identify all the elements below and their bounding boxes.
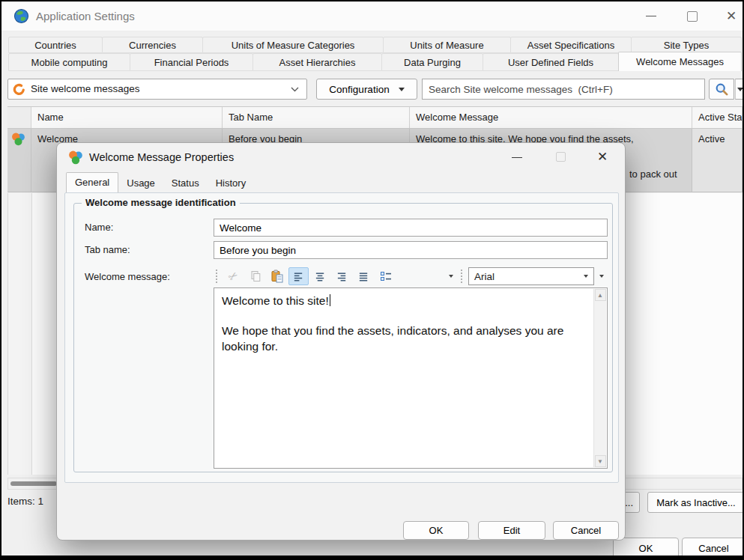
view-selector-value: Site welcome messages [31, 79, 140, 99]
search-options-dropdown[interactable] [735, 79, 743, 100]
paste-icon[interactable] [267, 267, 287, 285]
dropdown-arrow-icon [584, 275, 588, 278]
tab-units-of-measure-categories[interactable]: Units of Measure Categories [202, 37, 384, 53]
close-icon[interactable]: ✕ [722, 1, 743, 31]
search-input[interactable] [422, 79, 705, 100]
column-header-active-status[interactable]: Active Stat [692, 107, 743, 128]
column-header-tab-name[interactable]: Tab Name [223, 107, 410, 128]
message-line2-fragment: to pack out [629, 168, 677, 180]
toolbar-grip-icon [216, 270, 220, 283]
dialog-titlebar: Welcome Message Properties ✕ [57, 143, 625, 171]
dropdown-arrow-icon [737, 88, 743, 91]
maximize-icon[interactable] [681, 1, 704, 31]
text-cursor [330, 294, 330, 306]
dialog-edit-button[interactable]: Edit [478, 521, 545, 540]
scrollbar-thumb[interactable] [10, 481, 57, 486]
tab-asset-hierarchies[interactable]: Asset Hierarchies [252, 53, 382, 71]
dialog-tab-history[interactable]: History [208, 174, 254, 192]
dialog-minimize-icon[interactable] [506, 143, 527, 171]
dialog-tab-status[interactable]: Status [163, 174, 208, 192]
dialog-tab-strip: General Usage Status History [66, 172, 254, 192]
tab-data-purging[interactable]: Data Purging [381, 53, 483, 71]
table-header: Name Tab Name Welcome Message Active Sta… [7, 106, 743, 129]
configuration-label: Configuration [329, 84, 389, 95]
dialog-title: Welcome Message Properties [89, 143, 234, 171]
dropdown-arrow-icon [399, 88, 405, 91]
copy-icon[interactable] [245, 267, 265, 285]
vertical-scrollbar[interactable]: ▲ ▼ [593, 289, 606, 467]
balloons-icon [68, 150, 83, 165]
row-icon-cell [7, 129, 31, 192]
editor-toolbar: ✂ [214, 265, 608, 287]
align-left-icon[interactable] [288, 267, 309, 285]
view-selector-combobox[interactable]: Site welcome messages [7, 79, 307, 100]
group-title: Welcome message identification [82, 197, 240, 208]
mark-as-inactive-button[interactable]: Mark as Inactive... [647, 492, 743, 513]
column-header-name[interactable]: Name [31, 107, 223, 128]
toolbar-overflow-icon[interactable] [445, 267, 457, 285]
tab-row-1: Countries Currencies Units of Measure Ca… [8, 37, 741, 53]
main-cancel-button[interactable]: Cancel [682, 538, 743, 556]
dialog-tab-general[interactable]: General [66, 172, 118, 192]
font-name: Arial [474, 271, 495, 282]
main-ok-button[interactable]: OK [613, 538, 679, 556]
bullet-list-icon[interactable] [375, 267, 396, 285]
titlebar: Application Settings ✕ [1, 1, 743, 31]
cell-active-status: Active [692, 129, 743, 192]
tab-currencies[interactable]: Currencies [102, 37, 203, 53]
tab-mobile-computing[interactable]: Mobile computing [8, 53, 130, 71]
tab-user-defined-fields[interactable]: User Defined Fields [483, 53, 619, 71]
align-right-icon[interactable] [332, 267, 352, 285]
message-text: Welcome to this site! We hope that you f… [222, 293, 587, 354]
dialog-close-icon[interactable]: ✕ [593, 143, 614, 171]
icon-column-strip [8, 193, 32, 475]
rich-text-editor: ✂ [214, 265, 608, 469]
orange-ring-icon [13, 83, 25, 96]
chevron-down-icon [291, 87, 299, 92]
tab-financial-periods[interactable]: Financial Periods [130, 53, 253, 71]
tab-name-label: Tab name: [85, 241, 130, 259]
cut-icon[interactable]: ✂ [223, 267, 244, 285]
dialog-tab-usage[interactable]: Usage [118, 174, 163, 192]
toolbar-grip-icon [461, 270, 465, 283]
balloons-icon [11, 132, 25, 146]
tab-asset-specifications[interactable]: Asset Specifications [510, 37, 632, 53]
message-line-2: We hope that you find the assets, indica… [222, 323, 587, 354]
column-header-welcome-message[interactable]: Welcome Message [410, 107, 692, 128]
globe-icon [13, 8, 29, 24]
tab-countries[interactable]: Countries [8, 37, 103, 53]
welcome-message-identification-group: Welcome message identification Name: Tab… [73, 203, 613, 472]
dialog-maximize-icon [550, 143, 571, 171]
align-center-icon[interactable] [310, 267, 330, 285]
message-line-1: Welcome to this site! [222, 294, 329, 307]
search-button[interactable] [709, 79, 734, 100]
tab-site-types[interactable]: Site Types [631, 37, 742, 53]
name-field[interactable] [214, 219, 608, 237]
configuration-button[interactable]: Configuration [316, 79, 417, 100]
dialog-ok-button[interactable]: OK [403, 521, 469, 540]
window-title: Application Settings [36, 1, 135, 31]
scrollbar-up-icon[interactable]: ▲ [595, 289, 606, 301]
welcome-message-textarea[interactable]: Welcome to this site! We hope that you f… [214, 287, 608, 469]
dialog-cancel-button[interactable]: Cancel [553, 521, 619, 540]
minimize-icon[interactable] [640, 1, 662, 31]
welcome-message-label: Welcome message: [85, 268, 170, 286]
font-options-dropdown[interactable] [596, 267, 608, 285]
name-label: Name: [85, 219, 113, 237]
font-family-combobox[interactable]: Arial [468, 267, 594, 285]
tab-welcome-messages[interactable]: Welcome Messages [618, 52, 742, 71]
magnifier-icon [715, 82, 729, 97]
welcome-message-properties-dialog: Welcome Message Properties ✕ General Usa… [56, 142, 626, 541]
screenshot-frame: Application Settings ✕ Countries Currenc… [0, 0, 744, 560]
scrollbar-down-icon[interactable]: ▼ [595, 455, 606, 467]
align-justify-icon[interactable] [354, 267, 374, 285]
column-header-icon[interactable] [7, 107, 31, 128]
tab-name-field[interactable] [214, 241, 608, 259]
items-count: Items: 1 [7, 496, 43, 507]
tab-units-of-measure[interactable]: Units of Measure [383, 37, 511, 53]
tab-row-2: Mobile computing Financial Periods Asset… [8, 53, 741, 71]
